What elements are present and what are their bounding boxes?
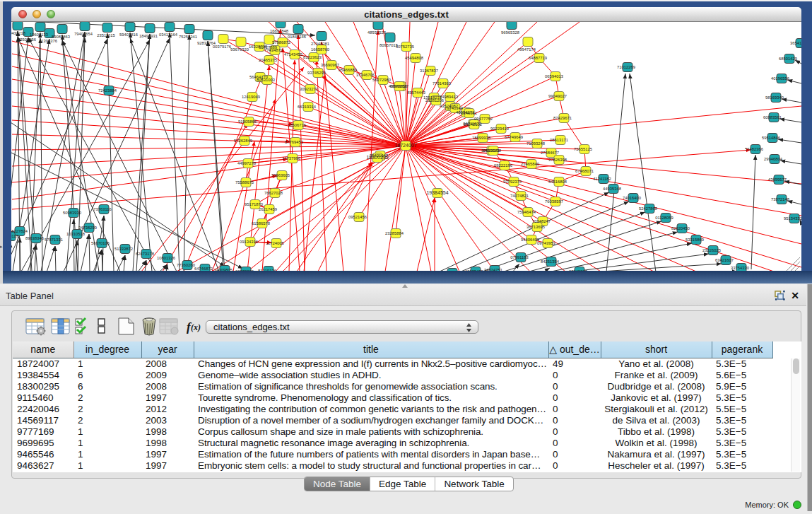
svg-text:95134332: 95134332: [784, 216, 801, 221]
svg-text:79740344: 79740344: [445, 106, 464, 110]
svg-text:71012269: 71012269: [617, 65, 635, 69]
svg-text:(x): (x): [191, 322, 201, 332]
svg-text:37346706: 37346706: [356, 73, 375, 77]
svg-text:93745299: 93745299: [307, 71, 326, 75]
svg-text:75655125: 75655125: [574, 147, 592, 151]
svg-text:47143455: 47143455: [284, 52, 302, 57]
svg-text:04556238: 04556238: [483, 148, 501, 153]
svg-text:84251354: 84251354: [541, 259, 560, 264]
svg-text:67749649: 67749649: [505, 135, 523, 139]
svg-text:26217459: 26217459: [259, 207, 277, 211]
svg-text:56670106: 56670106: [91, 241, 110, 245]
svg-text:87769453: 87769453: [285, 140, 303, 144]
svg-text:41241182: 41241182: [593, 177, 611, 181]
svg-text:10433218: 10433218: [11, 31, 25, 35]
svg-text:19600133: 19600133: [30, 33, 48, 37]
svg-text:74016400: 74016400: [623, 196, 641, 200]
svg-text:09521456: 09521456: [348, 215, 367, 219]
svg-text:60883561: 60883561: [763, 115, 782, 119]
svg-text:80957015: 80957015: [379, 43, 398, 47]
svg-text:48932528: 48932528: [367, 30, 386, 35]
svg-text:33963605: 33963605: [271, 173, 290, 177]
svg-text:64887719: 64887719: [529, 56, 547, 60]
svg-text:87429671: 87429671: [553, 116, 572, 120]
svg-text:20465375: 20465375: [259, 58, 277, 62]
svg-text:44997278: 44997278: [237, 161, 256, 165]
svg-text:36690967: 36690967: [321, 63, 339, 67]
svg-text:45494808: 45494808: [405, 56, 423, 60]
svg-text:82620450: 82620450: [671, 226, 690, 230]
svg-text:95171870: 95171870: [245, 202, 263, 206]
svg-text:18506716: 18506716: [288, 123, 306, 127]
svg-text:71093248: 71093248: [526, 141, 545, 146]
svg-text:56272980: 56272980: [372, 78, 391, 82]
svg-text:71349361: 71349361: [459, 111, 477, 115]
svg-text:83242102: 83242102: [464, 122, 482, 127]
svg-text:18300295: 18300295: [366, 155, 388, 160]
svg-text:62473178: 62473178: [136, 252, 154, 256]
svg-text:43039117: 43039117: [11, 234, 18, 238]
svg-text:96965328: 96965328: [501, 30, 519, 35]
svg-text:09134316: 09134316: [240, 240, 258, 244]
svg-text:16658760: 16658760: [311, 47, 329, 52]
svg-text:68501429: 68501429: [779, 57, 797, 61]
svg-text:75255341: 75255341: [179, 35, 197, 39]
svg-text:76038597: 76038597: [545, 199, 563, 204]
svg-text:93792374: 93792374: [503, 180, 522, 184]
svg-text:09743953: 09743953: [537, 241, 555, 245]
svg-text:40196556: 40196556: [771, 76, 789, 81]
svg-text:77434873: 77434873: [264, 48, 283, 52]
svg-text:11724005: 11724005: [266, 241, 283, 245]
svg-text:94406409: 94406409: [521, 238, 539, 242]
svg-text:10310518: 10310518: [66, 232, 85, 236]
svg-text:16697848: 16697848: [270, 29, 288, 33]
svg-text:30923271: 30923271: [300, 87, 318, 91]
svg-text:57262849: 57262849: [234, 139, 252, 143]
svg-text:56482366: 56482366: [745, 147, 763, 151]
svg-text:89638346: 89638346: [25, 236, 44, 240]
svg-text:14737996: 14737996: [282, 156, 300, 160]
svg-text:54516808: 54516808: [548, 180, 567, 184]
svg-text:31367837: 31367837: [420, 69, 438, 73]
svg-text:80531003: 80531003: [257, 78, 275, 82]
svg-text:33754330: 33754330: [731, 266, 749, 270]
svg-text:03413164: 03413164: [159, 33, 178, 37]
svg-text:75588675: 75588675: [235, 180, 254, 185]
svg-text:85574443: 85574443: [407, 90, 425, 95]
svg-text:51333872: 51333872: [114, 247, 133, 251]
svg-text:83503056: 83503056: [18, 37, 36, 42]
svg-text:18227824: 18227824: [11, 229, 28, 233]
svg-text:34738299: 34738299: [78, 226, 97, 230]
svg-text:27048281: 27048281: [311, 42, 329, 46]
svg-text:23281206: 23281206: [425, 98, 444, 103]
svg-text:63421607: 63421607: [715, 258, 734, 262]
svg-text:61586578: 61586578: [252, 221, 270, 226]
svg-text:41395376: 41395376: [39, 39, 57, 43]
svg-text:12419049: 12419049: [242, 95, 260, 99]
svg-text:19384554: 19384554: [426, 190, 448, 195]
svg-text:77014363: 77014363: [433, 81, 451, 86]
svg-text:09477752: 09477752: [474, 117, 493, 121]
svg-text:01128059: 01128059: [655, 216, 673, 220]
svg-text:29946804: 29946804: [764, 157, 783, 161]
svg-text:75946474: 75946474: [517, 210, 536, 214]
svg-text:57986872: 57986872: [272, 40, 290, 45]
svg-text:70348247: 70348247: [532, 219, 551, 223]
svg-text:01845146: 01845146: [288, 35, 306, 39]
svg-text:99049027: 99049027: [548, 94, 567, 98]
svg-text:50983930: 50983930: [63, 211, 81, 215]
svg-text:69222196: 69222196: [494, 163, 512, 168]
svg-text:10801326: 10801326: [157, 256, 175, 260]
svg-text:93676320: 93676320: [230, 47, 249, 52]
svg-text:49947174: 49947174: [517, 47, 536, 52]
svg-text:36541458: 36541458: [790, 41, 801, 45]
svg-text:53315869: 53315869: [686, 238, 704, 242]
svg-text:08613171: 08613171: [550, 138, 568, 142]
svg-text:36713695: 36713695: [526, 225, 545, 229]
svg-text:37826398: 37826398: [548, 158, 567, 162]
svg-text:18724007: 18724007: [394, 143, 416, 148]
svg-text:05466889: 05466889: [339, 68, 357, 72]
svg-text:74074821: 74074821: [510, 194, 529, 198]
svg-text:57871331: 57871331: [45, 238, 63, 242]
svg-text:49578856: 49578856: [389, 84, 407, 88]
